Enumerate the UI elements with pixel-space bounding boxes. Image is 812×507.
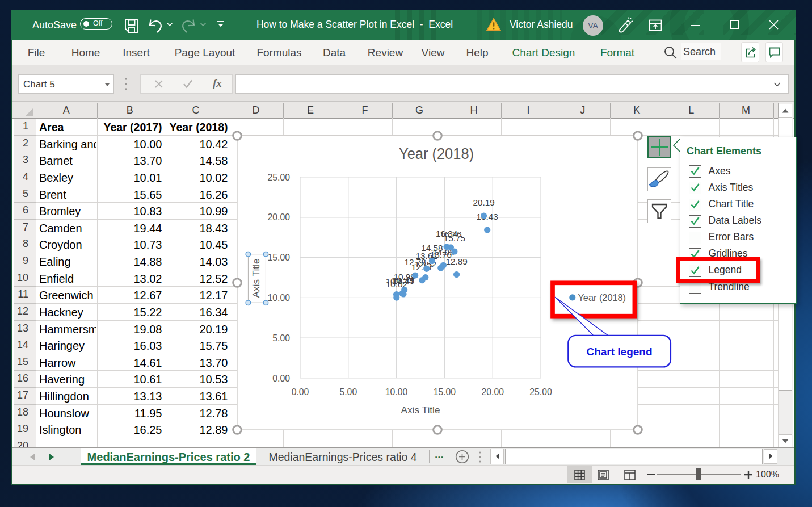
svg-text:5.00: 5.00 bbox=[339, 387, 357, 397]
svg-text:25.00: 25.00 bbox=[529, 387, 552, 397]
svg-text:Axis Title: Axis Title bbox=[250, 258, 262, 298]
svg-text:20.00: 20.00 bbox=[267, 212, 290, 222]
svg-text:Year (2018): Year (2018) bbox=[399, 145, 474, 162]
svg-text:15.75: 15.75 bbox=[444, 233, 465, 243]
svg-text:Chart legend: Chart legend bbox=[586, 346, 652, 358]
svg-text:Axis Title: Axis Title bbox=[401, 404, 440, 416]
svg-text:10.00: 10.00 bbox=[385, 387, 408, 397]
svg-text:10.53: 10.53 bbox=[392, 275, 413, 285]
svg-text:15.00: 15.00 bbox=[434, 387, 456, 397]
svg-text:20.00: 20.00 bbox=[481, 387, 504, 397]
svg-text:0.00: 0.00 bbox=[272, 374, 290, 383]
svg-text:12.78: 12.78 bbox=[405, 257, 426, 267]
svg-text:12.89: 12.89 bbox=[445, 257, 467, 266]
svg-text:20.19: 20.19 bbox=[473, 198, 494, 207]
svg-text:5.00: 5.00 bbox=[272, 333, 290, 343]
svg-text:0.00: 0.00 bbox=[292, 387, 309, 397]
svg-text:10.00: 10.00 bbox=[267, 293, 290, 303]
svg-text:Year (2018): Year (2018) bbox=[578, 292, 626, 303]
svg-text:25.00: 25.00 bbox=[267, 173, 290, 182]
svg-text:18.43: 18.43 bbox=[477, 212, 498, 221]
svg-text:15.00: 15.00 bbox=[267, 253, 290, 262]
